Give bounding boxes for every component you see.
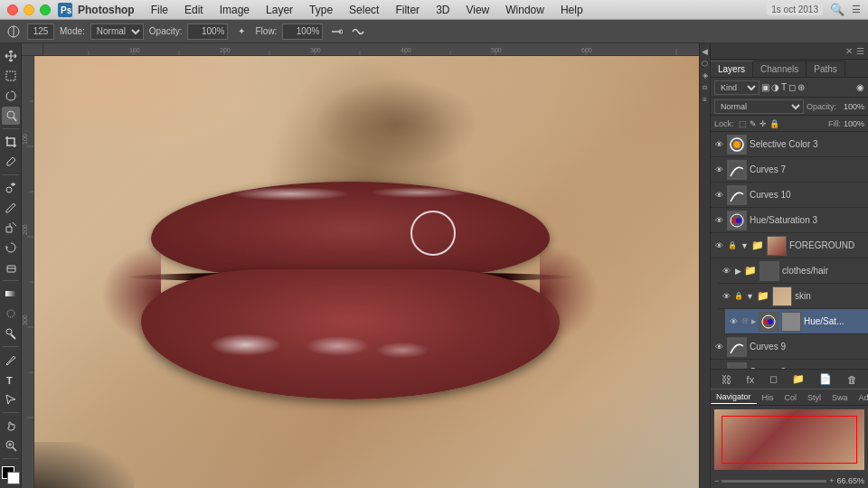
lock-all-btn[interactable]: 🔒 (769, 119, 779, 128)
lock-position-btn[interactable]: ✛ (760, 119, 767, 128)
pen-tool[interactable] (2, 351, 20, 369)
re-icon-5[interactable]: ≡ (703, 96, 707, 104)
link-layers-btn[interactable]: ⛓ (722, 374, 731, 385)
layer-item-selective-color-3[interactable]: 👁 Selective Color 3 (711, 132, 868, 157)
history-brush-tool[interactable] (2, 239, 20, 257)
minimize-button[interactable] (24, 5, 34, 15)
layer-visibility-huesat-sub[interactable]: 👁 (728, 317, 739, 326)
re-icon-2[interactable]: ⬡ (702, 60, 708, 68)
lock-pixels-btn[interactable]: ✎ (750, 119, 757, 128)
tab-histogram[interactable]: His (757, 391, 779, 404)
canvas-area[interactable]: lynda.com (34, 56, 699, 488)
layer-item-skin[interactable]: 👁 🔒 ▼ 📁 skin (718, 284, 868, 309)
mode-select[interactable]: Normal (90, 23, 144, 40)
tab-swatches[interactable]: Swa (826, 391, 854, 404)
layer-filter-shape-icon[interactable]: ◻ (788, 82, 796, 92)
spot-healing-tool[interactable] (2, 179, 20, 197)
tab-styles[interactable]: Styl (802, 391, 826, 404)
tab-paths[interactable]: Paths (807, 61, 845, 77)
layer-kind-select[interactable]: Kind (714, 80, 760, 95)
layer-item-curves-10[interactable]: 👁 Curves 10 (711, 183, 868, 208)
zoom-out-btn[interactable]: − (714, 476, 719, 485)
menu-filter[interactable]: Filter (388, 2, 427, 18)
move-tool[interactable] (2, 47, 20, 65)
layer-item-huesat-3[interactable]: 👁 Hue/Saturation 3 (711, 208, 868, 233)
dodge-tool[interactable] (2, 324, 20, 343)
layers-list[interactable]: 👁 Selective Color 3 👁 Curves 7 � (711, 132, 868, 369)
add-style-btn[interactable]: fx (747, 374, 755, 385)
expand-foreground[interactable]: ▼ (741, 241, 749, 250)
layer-item-curves-9[interactable]: 👁 Curves 9 (711, 334, 868, 360)
layer-filter-pixel-icon[interactable]: ▣ (761, 82, 769, 92)
layer-visibility-selective-color-3[interactable]: 👁 (713, 140, 724, 149)
layer-visibility-skin[interactable]: 👁 (721, 292, 731, 301)
add-mask-btn[interactable]: ◻ (769, 373, 778, 385)
list-view-icon[interactable]: ☰ (852, 4, 861, 15)
layer-visibility-curves-7[interactable]: 👁 (713, 165, 724, 174)
tab-navigator[interactable]: Navigator (711, 390, 757, 404)
maximize-button[interactable] (40, 5, 51, 15)
zoom-in-btn[interactable]: + (829, 476, 834, 485)
tab-layers[interactable]: Layers (711, 61, 753, 77)
eyedropper-tool[interactable] (2, 153, 20, 171)
hand-tool[interactable] (2, 417, 20, 435)
smoothing-icon[interactable] (350, 23, 366, 40)
flow-input[interactable] (282, 23, 323, 40)
re-icon-4[interactable]: ⧈ (703, 83, 707, 92)
layer-filter-toggle[interactable]: ◉ (856, 82, 864, 92)
blur-tool[interactable] (2, 305, 20, 323)
menu-view[interactable]: View (458, 2, 496, 18)
tab-channels[interactable]: Channels (753, 61, 807, 77)
search-icon[interactable]: 🔍 (830, 3, 844, 16)
menu-edit[interactable]: Edit (177, 2, 211, 18)
layer-item-clothes-hair[interactable]: 👁 ▶ 📁 clothes/hair (718, 258, 868, 284)
new-layer-btn[interactable]: 📄 (819, 373, 832, 385)
panel-menu-icon[interactable]: ☰ (856, 46, 864, 56)
layer-visibility-foreground[interactable]: 👁 (713, 241, 724, 250)
expand-clothes-hair[interactable]: ▶ (735, 267, 741, 276)
brush-tool[interactable] (2, 199, 20, 217)
gradient-tool[interactable] (2, 285, 20, 303)
tab-adjustments[interactable]: Adj (854, 391, 868, 404)
layer-filter-smart-icon[interactable]: ⊛ (797, 82, 805, 92)
layer-visibility-curves-8[interactable]: 👁 (713, 368, 724, 370)
background-color[interactable] (7, 472, 20, 484)
close-button[interactable] (7, 5, 18, 15)
brush-size-box[interactable]: 125 (27, 23, 54, 40)
expand-skin[interactable]: ▼ (746, 292, 754, 301)
airbrush-icon[interactable] (328, 23, 344, 40)
menu-file[interactable]: File (144, 2, 175, 18)
navigator-viewport-box[interactable] (722, 416, 856, 465)
layer-item-huesat-sub[interactable]: 👁 ⛓ ▶ Hue/Sat... (725, 309, 868, 334)
lasso-tool[interactable] (2, 87, 20, 105)
layer-visibility-huesat-3[interactable]: 👁 (713, 216, 724, 225)
crop-tool[interactable] (2, 133, 20, 151)
layer-visibility-clothes-hair[interactable]: 👁 (721, 267, 731, 276)
menu-type[interactable]: Type (302, 2, 340, 18)
menu-window[interactable]: Window (498, 2, 552, 18)
panel-close-icon[interactable]: ✕ (845, 46, 853, 56)
quick-select-tool[interactable] (2, 107, 20, 125)
re-icon-3[interactable]: ◈ (703, 71, 708, 80)
layer-item-curves-7[interactable]: 👁 Curves 7 (711, 157, 868, 183)
menu-layer[interactable]: Layer (259, 2, 300, 18)
type-tool[interactable]: T (2, 371, 20, 389)
new-group-btn[interactable]: 📁 (792, 373, 805, 385)
blend-mode-select[interactable]: Normal (714, 99, 804, 114)
layer-item-foreground[interactable]: 👁 🔒 ▼ 📁 FOREGROUND (711, 233, 868, 258)
menu-select[interactable]: Select (342, 2, 386, 18)
clone-stamp-tool[interactable] (2, 219, 20, 237)
foreground-background-color[interactable] (2, 466, 20, 484)
path-select-tool[interactable] (2, 390, 20, 408)
lock-transparent-btn[interactable]: ⬚ (739, 119, 747, 128)
eraser-tool[interactable] (2, 258, 20, 277)
layer-filter-adj-icon[interactable]: ◑ (771, 82, 779, 92)
zoom-tool[interactable] (2, 436, 20, 455)
menu-3d[interactable]: 3D (429, 2, 457, 18)
zoom-slider[interactable] (722, 480, 826, 483)
layer-visibility-curves-9[interactable]: 👁 (713, 343, 724, 352)
layer-item-curves-8[interactable]: 👁 Curves 8 (711, 360, 868, 369)
opacity-input[interactable] (187, 23, 228, 40)
tab-color[interactable]: Col (779, 391, 803, 404)
layer-filter-type-icon[interactable]: T (781, 82, 787, 92)
